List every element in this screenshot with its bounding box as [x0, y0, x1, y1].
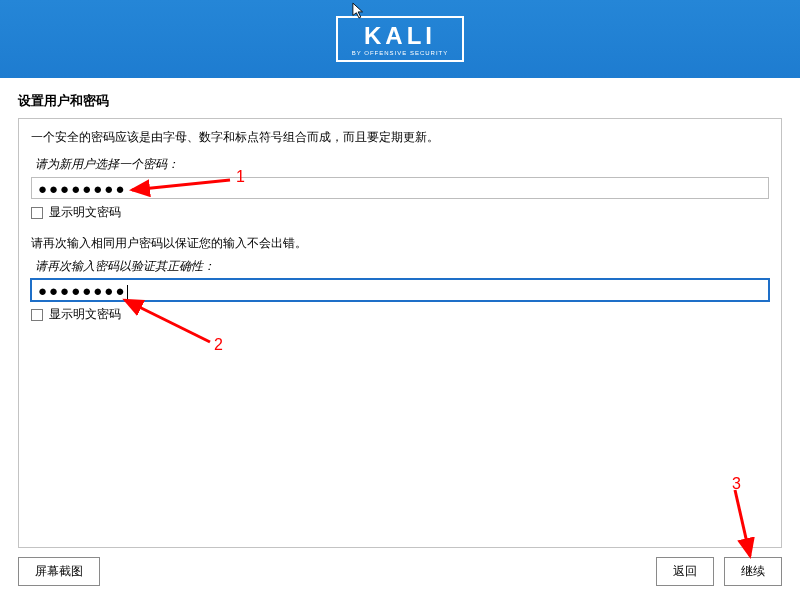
screenshot-button[interactable]: 屏幕截图	[18, 557, 100, 586]
password-label: 请为新用户选择一个密码：	[35, 156, 769, 173]
checkbox-icon[interactable]	[31, 309, 43, 321]
kali-logo-text: KALI	[352, 24, 449, 48]
kali-logo-subtext: BY OFFENSIVE SECURITY	[352, 50, 449, 56]
show-plain-row-1[interactable]: 显示明文密码	[31, 204, 769, 221]
back-button[interactable]: 返回	[656, 557, 714, 586]
checkbox-icon[interactable]	[31, 207, 43, 219]
footer-bar: 屏幕截图 返回 继续	[18, 557, 782, 586]
password-help-text: 一个安全的密码应该是由字母、数字和标点符号组合而成，而且要定期更新。	[31, 129, 769, 146]
confirm-password-label: 请再次输入密码以验证其正确性：	[35, 258, 769, 275]
show-plain-row-2[interactable]: 显示明文密码	[31, 306, 769, 323]
kali-logo-box: KALI BY OFFENSIVE SECURITY	[336, 16, 465, 62]
show-plain-label-2: 显示明文密码	[49, 306, 121, 323]
cursor-icon	[352, 2, 366, 20]
show-plain-label-1: 显示明文密码	[49, 204, 121, 221]
footer-right-group: 返回 继续	[656, 557, 782, 586]
continue-button[interactable]: 继续	[724, 557, 782, 586]
text-cursor-icon	[127, 285, 128, 299]
installer-banner: KALI BY OFFENSIVE SECURITY	[0, 0, 800, 78]
password-input[interactable]: ●●●●●●●●	[31, 177, 769, 199]
page-title: 设置用户和密码	[0, 78, 800, 118]
confirm-password-input[interactable]: ●●●●●●●●	[31, 279, 769, 301]
confirm-help-text: 请再次输入相同用户密码以保证您的输入不会出错。	[31, 235, 769, 252]
content-panel: 一个安全的密码应该是由字母、数字和标点符号组合而成，而且要定期更新。 请为新用户…	[18, 118, 782, 548]
